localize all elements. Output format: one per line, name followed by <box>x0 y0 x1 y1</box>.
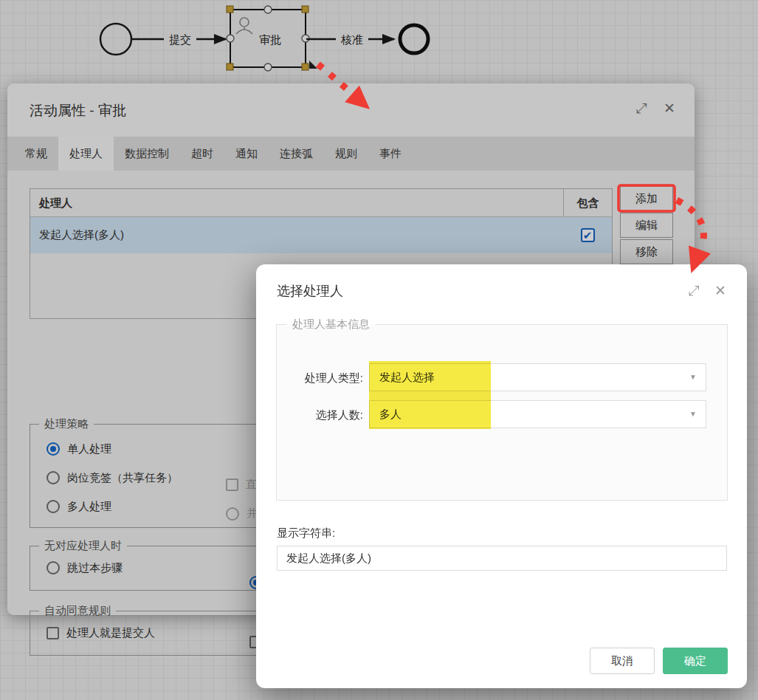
handler-basic-info-legend: 处理人基本信息 <box>286 318 376 332</box>
cancel-button[interactable]: 取消 <box>590 648 655 674</box>
display-string-label: 显示字符串: <box>277 526 335 541</box>
ok-button[interactable]: 确定 <box>663 648 728 674</box>
person-count-value: 多人 <box>379 408 402 420</box>
chevron-down-icon: ▼ <box>689 401 697 428</box>
close-icon[interactable]: ✕ <box>712 282 729 300</box>
handler-type-value: 发起人选择 <box>379 371 435 383</box>
handler-type-label: 处理人类型: <box>276 371 363 385</box>
maximize-icon[interactable]: ⤢ <box>685 282 703 300</box>
person-count-label: 选择人数: <box>276 408 363 422</box>
display-string-input[interactable] <box>277 546 727 571</box>
chevron-down-icon: ▼ <box>689 364 697 391</box>
modal-title: 选择处理人 <box>277 282 343 300</box>
select-handler-modal: 选择处理人 ⤢ ✕ 处理人基本信息 处理人类型: 发起人选择 ▼ 选择人数: 多… <box>256 264 747 688</box>
handler-type-select[interactable]: 发起人选择 ▼ <box>369 363 706 391</box>
person-count-select[interactable]: 多人 ▼ <box>369 400 706 428</box>
